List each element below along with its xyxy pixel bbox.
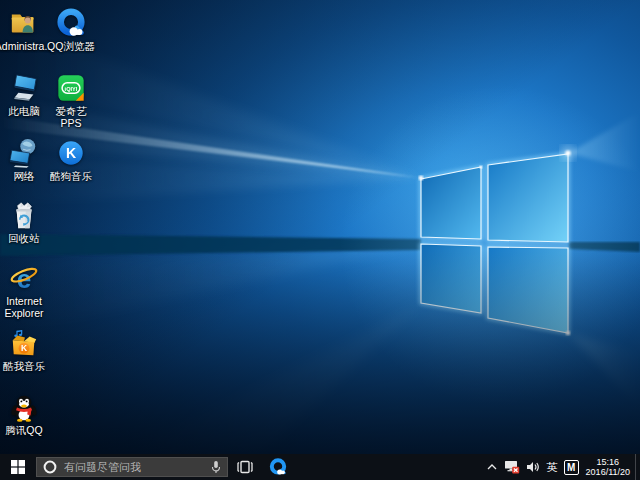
- qq-browser-taskbar-icon: [269, 458, 287, 476]
- clock-time: 15:16: [597, 457, 620, 468]
- network-icon: [9, 138, 39, 168]
- task-view-button[interactable]: [228, 454, 261, 480]
- start-button[interactable]: [0, 454, 36, 480]
- system-tray: 英 M 15:16 2016/11/20: [483, 454, 640, 480]
- desktop-icon-iqiyi-pps[interactable]: iQIYI 爱奇艺PPS: [47, 73, 95, 129]
- desktop-icon-recycle-bin[interactable]: 回收站: [0, 200, 48, 244]
- show-desktop-button[interactable]: [635, 454, 640, 480]
- iqiyi-wordmark: iQIYI: [65, 86, 78, 92]
- desktop-icon-tencent-qq[interactable]: 腾讯QQ: [0, 392, 48, 436]
- chevron-up-icon: [486, 462, 498, 472]
- desktop-icon-label: 回收站: [8, 232, 40, 244]
- ime-mode-badge: M: [564, 460, 579, 475]
- qq-browser-icon: [56, 8, 86, 38]
- volume-tray-button[interactable]: [523, 454, 544, 480]
- taskbar: 英 M 15:16 2016/11/20: [0, 454, 640, 480]
- show-hidden-icons-button[interactable]: [483, 454, 501, 480]
- desktop-icon-label: 腾讯QQ: [5, 424, 42, 436]
- desktop-icon-this-pc[interactable]: 此电脑: [0, 73, 48, 117]
- internet-explorer-icon: e: [9, 263, 39, 293]
- clock[interactable]: 15:16 2016/11/20: [582, 454, 635, 480]
- language-indicator[interactable]: 英: [544, 454, 561, 480]
- ime-mode-button[interactable]: M: [561, 454, 582, 480]
- kuwo-letter: K: [21, 343, 27, 353]
- tencent-qq-penguin-icon: [9, 392, 39, 422]
- recycle-bin-icon: [9, 200, 39, 230]
- search-input[interactable]: [62, 460, 206, 474]
- wallpaper-windows-hero: [0, 0, 640, 454]
- windows-logo-icon: [11, 460, 25, 474]
- kuwo-music-icon: K: [9, 328, 39, 358]
- desktop-icon-network[interactable]: 网络: [0, 138, 48, 182]
- speaker-icon: [526, 461, 541, 473]
- desktop-icon-administrator[interactable]: Administra...: [0, 8, 48, 52]
- taskbar-qq-browser-button[interactable]: [261, 454, 294, 480]
- cortana-icon: [43, 460, 57, 474]
- desktop-icon-internet-explorer[interactable]: e Internet Explorer: [0, 263, 48, 319]
- this-pc-icon: [9, 73, 39, 103]
- desktop-icon-label: 此电脑: [8, 105, 40, 117]
- desktop-icon-label: 爱奇艺PPS: [47, 105, 95, 129]
- microphone-icon[interactable]: [211, 460, 221, 474]
- network-disconnected-icon: [504, 460, 520, 474]
- desktop-icon-kuwo-music[interactable]: K 酷我音乐: [0, 328, 48, 372]
- taskbar-search[interactable]: [36, 457, 228, 477]
- network-status-tray-button[interactable]: [501, 454, 523, 480]
- desktop-icon-qq-browser[interactable]: QQ浏览器: [47, 8, 95, 52]
- clock-date: 2016/11/20: [586, 467, 630, 478]
- desktop-icon-label: QQ浏览器: [47, 40, 95, 52]
- kugou-letter: K: [66, 145, 77, 161]
- desktop-icon-label: Internet Explorer: [0, 295, 48, 319]
- iqiyi-pps-icon: iQIYI: [56, 73, 86, 103]
- kugou-music-icon: K: [56, 138, 86, 168]
- desktop-icon-label: 酷我音乐: [3, 360, 45, 372]
- task-view-icon: [236, 460, 254, 474]
- desktop-icon-kugou-music[interactable]: K 酷狗音乐: [47, 138, 95, 182]
- desktop[interactable]: Administra... 此电脑 网络: [0, 0, 640, 480]
- desktop-icon-label: Administra...: [0, 40, 53, 52]
- desktop-icon-label: 酷狗音乐: [50, 170, 92, 182]
- desktop-icon-label: 网络: [14, 170, 35, 182]
- administrator-folder-icon: [9, 8, 39, 38]
